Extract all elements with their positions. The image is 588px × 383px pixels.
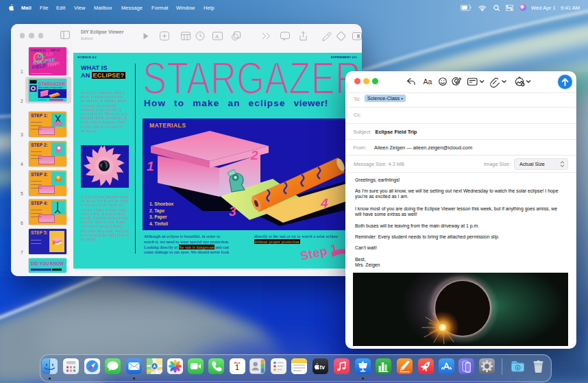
svg-text:How to make an eclipse viewer!: How to make an eclipse viewer! bbox=[38, 86, 63, 89]
svg-text:Aa: Aa bbox=[424, 77, 432, 86]
svg-text:MATERIALS: MATERIALS bbox=[149, 122, 186, 129]
svg-text:4. Tinfoil: 4. Tinfoil bbox=[149, 221, 168, 226]
svg-text:1: 1 bbox=[147, 159, 154, 173]
svg-text:3: 3 bbox=[229, 204, 236, 219]
svg-text:Here's your Photo Itinerary: Here's your Photo Itinerary bbox=[31, 73, 51, 75]
svg-text:DID YOU KNOW: DID YOU KNOW bbox=[31, 261, 64, 266]
svg-text:3. Paper: 3. Paper bbox=[149, 214, 167, 220]
svg-text:STARGAZER: STARGAZER bbox=[38, 82, 65, 86]
svg-text:SCIENCE 4.2: SCIENCE 4.2 bbox=[31, 49, 45, 52]
svg-text:A: A bbox=[215, 34, 219, 40]
svg-text:1. Shoebox: 1. Shoebox bbox=[149, 201, 174, 206]
svg-text:4: 4 bbox=[320, 196, 328, 210]
svg-text:2: 2 bbox=[250, 148, 258, 162]
svg-text:2. Tape: 2. Tape bbox=[149, 208, 165, 214]
svg-text:tv: tv bbox=[319, 364, 325, 371]
